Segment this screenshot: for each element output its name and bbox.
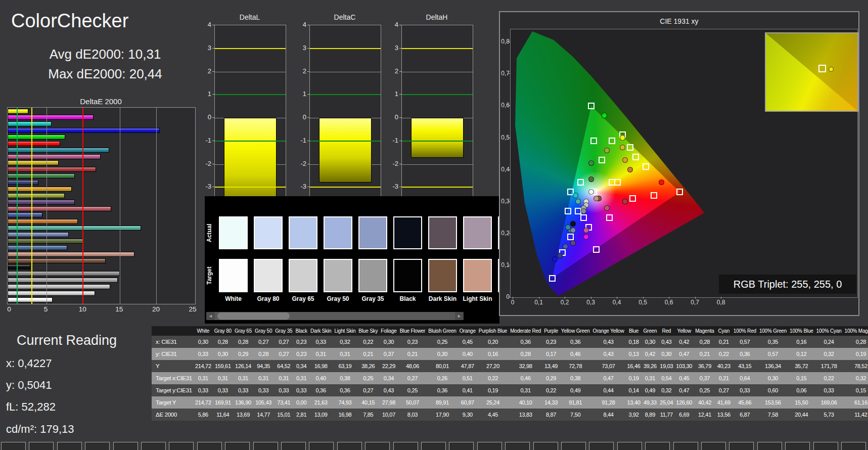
patch-strip-item[interactable]	[729, 442, 754, 450]
patch-strip-item[interactable]	[645, 442, 670, 450]
swatch-target-black[interactable]	[393, 259, 422, 292]
patch-strip-item[interactable]	[1, 442, 26, 450]
y-tick-0: 0	[200, 113, 211, 121]
patch-strip-item[interactable]	[365, 442, 390, 450]
reference-line--3	[215, 187, 286, 188]
row-label: Target y:CIE31	[152, 384, 194, 396]
de-bar-gray-65	[8, 284, 110, 289]
patch-strip-item[interactable]	[57, 442, 82, 450]
patch-strip-item[interactable]	[337, 442, 362, 450]
cell: 16,98	[309, 360, 333, 372]
y-tick-mark	[307, 164, 309, 164]
de-bar-gray-80	[8, 291, 95, 296]
cie-x-tick-0,5: 0,5	[636, 299, 650, 306]
cie-chart-title: CIE 1931 xy	[500, 17, 858, 25]
patch-strip-item[interactable]	[785, 442, 810, 450]
x-tick-10: 10	[76, 305, 89, 313]
cell: 0,28	[843, 336, 868, 348]
patch-strip-item[interactable]	[29, 442, 54, 450]
swatch-actual-gray-80[interactable]	[254, 216, 283, 249]
swatch-target-gray-50[interactable]	[324, 259, 352, 292]
patch-strip-item[interactable]	[281, 442, 306, 450]
swatch-target-dark-skin[interactable]	[428, 259, 457, 292]
cell: 49,33	[642, 396, 659, 409]
cell: 0,12	[788, 348, 815, 360]
patch-strip-item[interactable]	[113, 442, 138, 450]
cell: 8,87	[542, 409, 560, 421]
reference-line-3	[31, 108, 32, 304]
patch-strip-item[interactable]	[757, 442, 782, 450]
patch-strip-item[interactable]	[225, 442, 250, 450]
reference-line-10	[82, 108, 83, 304]
max-de2000-value: Max dE2000: 20,44	[29, 66, 181, 82]
row-label: Target Y	[152, 396, 194, 409]
cell: 73,07	[591, 360, 626, 372]
cell: 126,14	[233, 360, 253, 372]
cell: 0,22	[357, 336, 379, 348]
patch-strip-item[interactable]	[505, 442, 530, 450]
cell: 126,60	[674, 396, 694, 409]
inset-target-marker	[818, 65, 826, 72]
row-label: y: CIE31	[152, 348, 194, 360]
cell: 214,72	[194, 360, 213, 372]
reading-y: y: 0,5041	[6, 379, 52, 392]
cell: 0,33	[253, 384, 273, 396]
gridline-2	[402, 72, 473, 72]
swatch-label: Black	[392, 295, 423, 302]
inset-measured-marker	[829, 67, 834, 72]
swatch-target-gray-65[interactable]	[289, 259, 317, 292]
swatch-actual-gray-35[interactable]	[358, 216, 387, 249]
swatch-actual-gray-50[interactable]	[324, 216, 352, 249]
patch-strip-item[interactable]	[617, 442, 642, 450]
cie-y-tickmark	[508, 233, 510, 234]
swatch-target-gray-80[interactable]	[254, 259, 283, 292]
cell: 0,15	[843, 384, 868, 396]
de-bar-magenta	[8, 154, 101, 159]
cell: 8,03	[398, 409, 427, 421]
swatch-scrollbar-thumb[interactable]	[217, 312, 290, 320]
patch-strip-item[interactable]	[449, 442, 474, 450]
swatch-actual-black[interactable]	[393, 216, 422, 249]
chart-title-deltah: DeltaH	[401, 13, 472, 21]
swatch-actual-gray-65[interactable]	[289, 216, 317, 249]
patch-strip-item[interactable]	[141, 442, 166, 450]
cell: 60,87	[458, 396, 477, 409]
patch-strip-item[interactable]	[393, 442, 418, 450]
target-marker-foliage	[599, 157, 605, 163]
patch-strip-item[interactable]	[197, 442, 222, 450]
patch-strip-item[interactable]	[85, 442, 110, 450]
cell: 0,46	[560, 348, 591, 360]
swatch-target-white[interactable]	[219, 259, 248, 292]
patch-strip-item[interactable]	[841, 442, 866, 450]
patch-strip-item[interactable]	[477, 442, 502, 450]
swatch-actual-white[interactable]	[219, 216, 248, 249]
cell: 5,73	[815, 409, 843, 421]
patch-strip-item[interactable]	[533, 442, 558, 450]
y-tick-mark	[399, 141, 401, 141]
patch-strip-item[interactable]	[421, 442, 446, 450]
scroll-right-icon[interactable]: ►	[455, 312, 464, 320]
column-header-gray-80: Gray 80	[213, 326, 233, 336]
swatch-target-gray-35[interactable]	[358, 259, 387, 292]
swatch-actual-dark-skin[interactable]	[428, 216, 457, 249]
patch-strip-item[interactable]	[309, 442, 334, 450]
target-row-label: Target	[206, 259, 217, 292]
patch-strip-item[interactable]	[169, 442, 194, 450]
patch-strip-item[interactable]	[673, 442, 698, 450]
cell: 11,64	[213, 409, 233, 421]
y-tick--3: -3	[200, 183, 211, 190]
swatch-actual-light-skin[interactable]	[463, 216, 492, 249]
cell: 0,21	[357, 348, 379, 360]
column-header-white: White	[194, 326, 213, 336]
row-label: Y	[152, 360, 194, 372]
target-marker-green	[590, 138, 597, 144]
scroll-left-icon[interactable]: ◄	[206, 312, 215, 320]
patch-strip-item[interactable]	[253, 442, 278, 450]
cell: 40,42	[694, 396, 716, 409]
patch-strip-item[interactable]	[813, 442, 838, 450]
swatch-target-light-skin[interactable]	[463, 259, 492, 292]
patch-strip-item[interactable]	[701, 442, 726, 450]
patch-strip-item[interactable]	[561, 442, 586, 450]
patch-strip-item[interactable]	[589, 442, 614, 450]
cell: 0,35	[758, 336, 788, 348]
